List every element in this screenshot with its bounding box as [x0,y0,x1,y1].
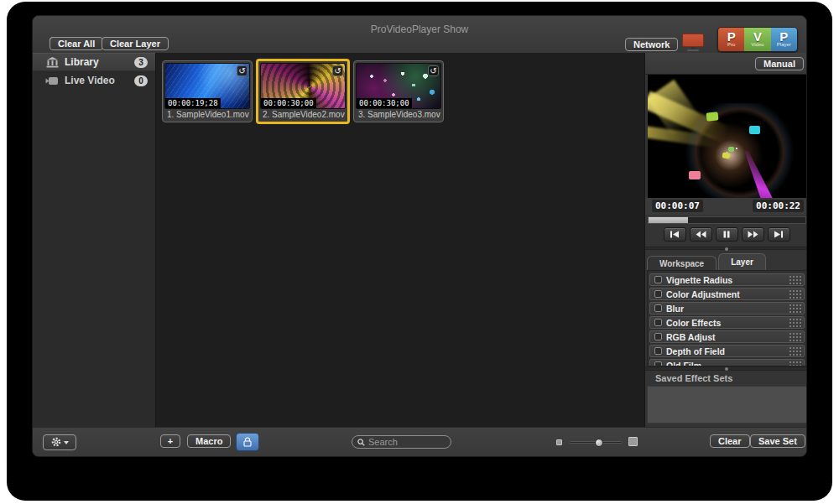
panel-divider[interactable] [645,366,807,371]
sidebar-item-label: Library [65,56,134,68]
logo-cell-player: P Player [771,28,797,51]
rewind-button[interactable] [690,227,712,242]
clip-timecode: 00:00:19;28 [165,98,221,108]
search-field[interactable] [352,435,451,449]
tab-layer[interactable]: Layer [718,253,766,270]
logo-letter: V [753,31,762,42]
tab-workspace[interactable]: Workspace [647,256,717,270]
logo-letter: P [779,31,788,42]
sidebar-item-library[interactable]: Library 3 [33,53,155,71]
effect-row-old-film[interactable]: Old Film [649,359,805,366]
effect-row-color-effects[interactable]: Color Effects [649,316,805,329]
logo-letter: P [727,31,736,42]
effect-label: Old Film [666,361,789,367]
thumbnail-zoom-control [556,434,640,449]
library-count-badge: 3 [134,57,148,68]
effect-label: Color Effects [666,318,789,328]
effect-checkbox[interactable] [654,276,662,283]
floating-square [728,147,734,152]
effect-label: Vignette Radius [666,275,789,285]
display-icon[interactable] [682,34,704,52]
loop-icon[interactable]: ↺ [428,65,439,76]
effect-checkbox[interactable] [654,319,662,326]
fast-forward-button[interactable] [742,227,764,242]
skip-to-end-button[interactable] [768,227,790,242]
drag-handle-icon[interactable] [789,346,801,356]
zoom-slider-knob[interactable] [595,439,603,447]
zoom-slider-track[interactable] [569,441,623,444]
divider-grab-dot [725,367,728,371]
clip-thumbnail: 00:00:30;00 ↺ [260,63,346,109]
macro-button[interactable]: Macro [187,434,231,448]
logo-caption: Pro [727,42,735,48]
effect-checkbox[interactable] [654,333,662,340]
clear-button[interactable]: Clear [710,434,750,448]
search-input[interactable] [368,437,446,447]
chevron-down-icon [64,441,69,444]
divider-grab-dot [725,247,728,251]
logo-caption: Video [751,42,763,48]
logo-cell-pro: P Pro [718,28,744,51]
video-camera-icon [44,75,60,86]
preview-header: Manual [645,53,807,75]
network-button[interactable]: Network [625,38,678,51]
lens-flare [648,103,806,198]
effect-row-depth-of-field[interactable]: Depth of Field [649,345,805,357]
clip-cell-3[interactable]: 00:00:30;00 ↺ 3. SampleVideo3.mov [353,60,444,122]
action-menu-button[interactable] [43,434,76,450]
add-bin-button[interactable]: + [160,434,180,448]
sidebar-item-label: Live Video [65,75,134,86]
remaining-timecode: 00:00:22 [753,200,804,212]
pvp-logo: P Pro V Video P Player [717,27,798,52]
effect-checkbox[interactable] [654,347,662,355]
playback-progress-bar[interactable] [648,216,806,224]
loop-icon[interactable]: ↺ [332,65,343,76]
pause-button[interactable] [716,227,738,242]
effect-row-rgb-adjust[interactable]: RGB Adjust [649,330,805,343]
manual-button[interactable]: Manual [755,57,804,70]
media-bin-canvas[interactable]: 00:00:19;28 ↺ 1. SampleVideo1.mov 00:00:… [156,53,644,427]
drag-handle-icon[interactable] [789,304,801,313]
drag-handle-icon[interactable] [789,332,801,341]
effect-row-blur[interactable]: Blur [649,302,805,314]
floating-square [749,126,760,134]
effect-row-color-adjustment[interactable]: Color Adjustment [649,288,805,300]
drag-handle-icon[interactable] [789,275,801,284]
clip-thumbnail: 00:00:30;00 ↺ [356,63,441,109]
titlebar: ProVideoPlayer Show Clear All Clear Laye… [33,16,806,53]
skip-to-start-button[interactable] [664,227,686,242]
clip-timecode: 00:00:30;00 [261,98,316,108]
preview-video [648,75,806,198]
effect-row-vignette-radius[interactable]: Vignette Radius [649,273,805,286]
logo-cell-video: V Video [744,28,770,51]
clip-cell-1[interactable]: 00:00:19;28 ↺ 1. SampleVideo1.mov [162,60,253,122]
clear-layer-button[interactable]: Clear Layer [102,37,169,50]
clip-timecode: 00:00:30;00 [357,98,412,108]
loop-icon[interactable]: ↺ [237,65,248,76]
effect-label: Blur [666,304,789,314]
gear-icon [51,437,61,449]
panel-divider[interactable] [645,247,807,250]
timecode-strip: 00:00:07 00:00:22 [645,198,807,215]
clear-all-button[interactable]: Clear All [50,37,103,50]
floating-square [706,112,718,122]
effect-checkbox[interactable] [654,290,662,298]
drag-handle-icon[interactable] [789,289,801,299]
search-icon [357,434,365,449]
clip-name: 1. SampleVideo1.mov [164,109,250,120]
clip-cell-2-selected[interactable]: 00:00:30;00 ↺ 2. SampleVideo2.mov [256,59,350,124]
display-base [687,49,699,51]
drag-handle-icon[interactable] [789,318,801,327]
sidebar-item-live-video[interactable]: Live Video 0 [33,71,155,90]
drag-handle-icon[interactable] [789,361,801,366]
media-bin-icon[interactable] [236,433,259,451]
stage: ProVideoPlayer Show Clear All Clear Laye… [0,0,839,504]
logo-caption: Player [777,42,791,48]
saved-effect-sets-list[interactable] [647,386,807,423]
save-set-button[interactable]: Save Set [750,434,805,448]
display-screen [682,34,704,47]
elapsed-timecode: 00:00:07 [652,200,703,212]
playback-progress-fill [649,217,688,223]
library-icon [44,56,60,68]
effect-checkbox[interactable] [654,304,662,312]
